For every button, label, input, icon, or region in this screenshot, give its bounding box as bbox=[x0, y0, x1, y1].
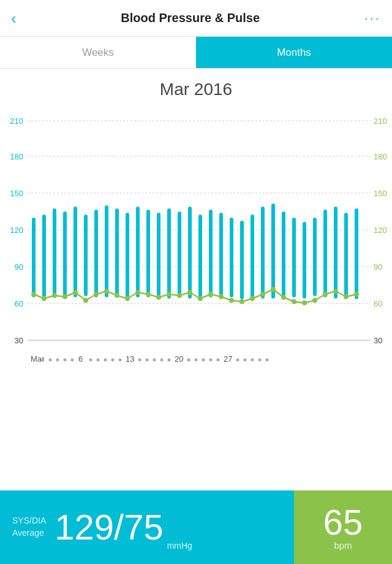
svg-point-106 bbox=[202, 359, 205, 362]
svg-point-59 bbox=[94, 292, 99, 297]
page-title: Blood Pressure & Pulse bbox=[121, 11, 260, 25]
svg-point-64 bbox=[146, 292, 151, 297]
svg-rect-26 bbox=[84, 215, 88, 296]
svg-point-71 bbox=[219, 294, 224, 299]
svg-text:90: 90 bbox=[374, 262, 382, 272]
svg-point-70 bbox=[208, 292, 213, 297]
svg-point-61 bbox=[115, 293, 119, 298]
stats-label: SYS/DIA Average bbox=[12, 515, 46, 539]
svg-point-54 bbox=[42, 296, 47, 301]
svg-text:30: 30 bbox=[15, 336, 23, 345]
svg-point-73 bbox=[239, 299, 244, 304]
svg-point-98 bbox=[138, 359, 141, 362]
svg-point-105 bbox=[195, 359, 198, 362]
chart-area: 210 180 150 120 90 60 30 210 180 150 120… bbox=[0, 105, 392, 369]
svg-point-55 bbox=[52, 293, 57, 298]
svg-rect-47 bbox=[303, 222, 306, 299]
pulse-unit: bpm bbox=[334, 540, 352, 551]
svg-point-86 bbox=[42, 359, 45, 362]
svg-text:60: 60 bbox=[15, 299, 23, 308]
header: ‹ Blood Pressure & Pulse ··· bbox=[0, 0, 392, 37]
svg-rect-28 bbox=[105, 205, 108, 297]
svg-point-110 bbox=[236, 359, 239, 362]
svg-rect-21 bbox=[32, 218, 36, 297]
svg-text:27: 27 bbox=[224, 354, 232, 364]
more-button[interactable]: ··· bbox=[364, 10, 381, 26]
svg-rect-40 bbox=[230, 218, 233, 297]
svg-rect-24 bbox=[63, 212, 67, 296]
svg-text:210: 210 bbox=[10, 116, 23, 126]
svg-text:30: 30 bbox=[374, 336, 382, 345]
svg-point-102 bbox=[168, 359, 171, 362]
stats-value: 129/75 bbox=[55, 509, 163, 545]
svg-point-77 bbox=[281, 295, 286, 300]
chart-title: Mar 2016 bbox=[0, 69, 392, 105]
svg-text:150: 150 bbox=[374, 189, 387, 198]
svg-point-112 bbox=[251, 359, 254, 362]
svg-text:180: 180 bbox=[374, 152, 387, 161]
svg-rect-34 bbox=[167, 208, 171, 299]
svg-point-94 bbox=[104, 359, 107, 362]
svg-point-104 bbox=[187, 359, 190, 362]
svg-text:120: 120 bbox=[10, 226, 23, 235]
svg-text:90: 90 bbox=[15, 262, 23, 272]
svg-point-95 bbox=[111, 359, 115, 362]
svg-point-74 bbox=[250, 296, 255, 301]
svg-point-66 bbox=[167, 292, 172, 297]
svg-rect-32 bbox=[146, 210, 150, 297]
svg-text:180: 180 bbox=[10, 152, 23, 161]
svg-rect-37 bbox=[198, 215, 202, 297]
svg-point-65 bbox=[156, 295, 161, 300]
svg-text:150: 150 bbox=[10, 189, 23, 198]
svg-point-69 bbox=[198, 296, 203, 301]
svg-point-93 bbox=[97, 359, 100, 362]
svg-point-83 bbox=[344, 294, 349, 299]
svg-point-62 bbox=[125, 296, 130, 301]
svg-text:20: 20 bbox=[175, 354, 183, 364]
svg-rect-44 bbox=[271, 204, 275, 299]
svg-rect-45 bbox=[282, 212, 285, 297]
svg-point-89 bbox=[64, 359, 67, 362]
back-button[interactable]: ‹ bbox=[11, 10, 17, 26]
svg-point-81 bbox=[323, 292, 328, 297]
tab-weeks[interactable]: Weeks bbox=[0, 37, 196, 68]
stats-left: SYS/DIA Average 129/75 mmHg bbox=[0, 490, 294, 564]
svg-rect-49 bbox=[323, 210, 327, 297]
svg-point-114 bbox=[266, 359, 269, 362]
svg-rect-22 bbox=[42, 215, 46, 297]
svg-point-56 bbox=[62, 294, 67, 299]
svg-point-82 bbox=[333, 289, 338, 294]
svg-text:210: 210 bbox=[374, 116, 387, 126]
chart-svg: 210 180 150 120 90 60 30 210 180 150 120… bbox=[0, 105, 392, 369]
svg-rect-33 bbox=[157, 213, 160, 299]
svg-rect-51 bbox=[344, 213, 348, 299]
svg-text:13: 13 bbox=[126, 354, 134, 364]
svg-point-88 bbox=[56, 359, 59, 362]
svg-point-87 bbox=[49, 359, 52, 362]
svg-rect-43 bbox=[261, 207, 265, 299]
svg-point-80 bbox=[312, 298, 317, 303]
svg-point-60 bbox=[104, 289, 109, 294]
tab-months[interactable]: Months bbox=[196, 37, 392, 68]
stats-right: 65 bpm bbox=[294, 490, 392, 564]
svg-point-107 bbox=[209, 359, 213, 362]
svg-point-101 bbox=[160, 359, 164, 362]
svg-text:120: 120 bbox=[374, 226, 387, 235]
svg-point-58 bbox=[83, 298, 88, 303]
svg-rect-41 bbox=[240, 221, 244, 299]
svg-rect-52 bbox=[355, 208, 358, 299]
svg-rect-46 bbox=[292, 218, 296, 297]
svg-rect-38 bbox=[209, 210, 213, 297]
pulse-value: 65 bbox=[323, 505, 363, 540]
svg-rect-29 bbox=[115, 208, 119, 297]
svg-rect-36 bbox=[188, 207, 192, 299]
svg-rect-25 bbox=[74, 207, 77, 297]
svg-point-111 bbox=[244, 359, 247, 362]
svg-point-76 bbox=[271, 287, 276, 292]
svg-point-79 bbox=[302, 300, 307, 305]
svg-rect-27 bbox=[94, 210, 98, 297]
svg-rect-35 bbox=[178, 212, 181, 297]
svg-text:60: 60 bbox=[374, 299, 382, 308]
svg-rect-30 bbox=[126, 213, 129, 297]
svg-point-108 bbox=[217, 359, 220, 362]
